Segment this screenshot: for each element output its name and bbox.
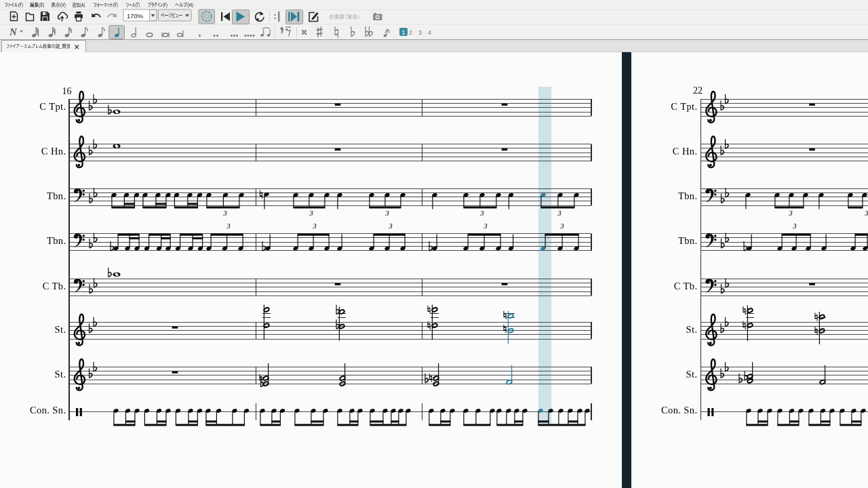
svg-text:3: 3 — [792, 222, 797, 230]
svg-text:3: 3 — [388, 222, 393, 230]
svg-text:3: 3 — [418, 29, 422, 36]
svg-text:3: 3 — [788, 209, 793, 217]
svg-text:3: 3 — [559, 222, 564, 230]
svg-text:3: 3 — [384, 209, 389, 217]
svg-text:Con. Sn.: Con. Sn. — [30, 405, 66, 415]
svg-text:2: 2 — [409, 29, 412, 36]
svg-text:Tbn.: Tbn. — [678, 235, 698, 246]
svg-text:4: 4 — [428, 29, 431, 36]
svg-text:Con. Sn.: Con. Sn. — [661, 405, 698, 415]
svg-text:3: 3 — [309, 209, 313, 217]
svg-text:C Tpt.: C Tpt. — [671, 101, 697, 112]
svg-text:22: 22 — [693, 85, 703, 96]
svg-text:170%: 170% — [127, 12, 144, 20]
svg-text:1: 1 — [401, 29, 405, 36]
svg-text:3: 3 — [483, 222, 488, 230]
svg-text:C Tpt.: C Tpt. — [39, 101, 66, 112]
svg-text:Tbn.: Tbn. — [678, 190, 698, 201]
svg-text:C Tb.: C Tb. — [43, 281, 66, 291]
svg-text:St.: St. — [686, 369, 698, 380]
svg-text:N: N — [9, 26, 18, 37]
svg-text:St.: St. — [55, 369, 66, 380]
svg-text:C Hn.: C Hn. — [41, 146, 66, 157]
svg-text:3: 3 — [557, 209, 561, 217]
svg-text:3: 3 — [222, 209, 227, 217]
svg-text:Tbn.: Tbn. — [47, 235, 66, 246]
svg-text:C Tb.: C Tb. — [674, 281, 698, 291]
svg-text:Tbn.: Tbn. — [47, 190, 66, 201]
svg-text:St.: St. — [55, 324, 66, 335]
svg-text:3: 3 — [312, 222, 317, 230]
svg-text:3: 3 — [226, 222, 231, 230]
svg-text:3: 3 — [864, 209, 868, 217]
svg-text:St.: St. — [686, 324, 698, 335]
svg-text:16: 16 — [62, 86, 72, 96]
svg-text:3: 3 — [479, 209, 484, 217]
svg-text:C Hn.: C Hn. — [673, 146, 698, 157]
